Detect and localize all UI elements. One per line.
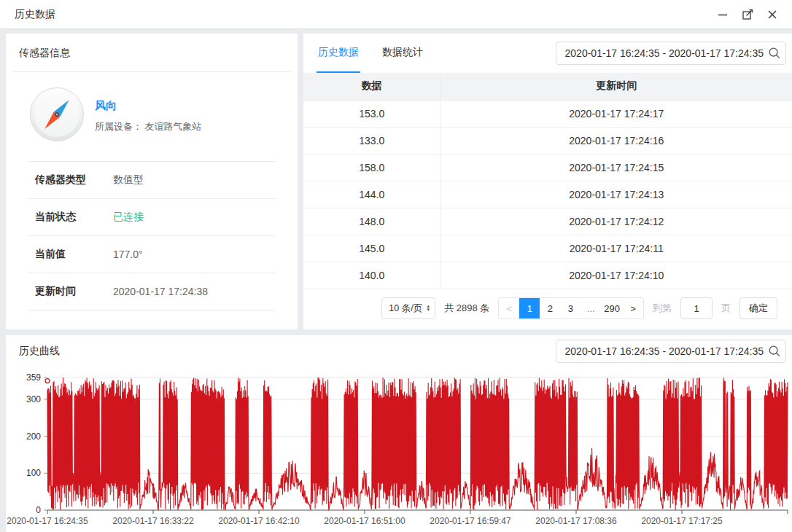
cell-time: 2020-01-17 17:24:10 [440, 262, 792, 289]
close-icon[interactable] [766, 8, 779, 21]
sensor-panel-title: 传感器信息 [19, 47, 70, 60]
pagination-bar: 10 条/页 ▲▼ 共 2898 条 < 1 2 3 ... 290 > 到第 … [303, 289, 792, 328]
cell-value: 148.0 [303, 208, 440, 235]
cell-value: 144.0 [303, 181, 440, 208]
field-label: 当前值 [35, 248, 113, 261]
cell-value: 158.0 [303, 154, 440, 181]
field-label: 当前状态 [35, 211, 113, 224]
daterange-value: 2020-01-17 16:24:35 - 2020-01-17 17:24:3… [565, 345, 764, 357]
tab-data-statistics[interactable]: 数据统计 [381, 34, 424, 73]
history-curve-panel: 历史曲线 2020-01-17 16:24:35 - 2020-01-17 17… [6, 335, 792, 532]
page-button-3[interactable]: 3 [560, 298, 581, 318]
resize-icon[interactable] [741, 8, 754, 21]
cell-value: 153.0 [303, 100, 440, 127]
curve-panel-title: 历史曲线 [19, 345, 60, 358]
svg-text:2020-01-17 16:51:00: 2020-01-17 16:51:00 [324, 516, 405, 526]
history-table: 数据 更新时间 153.0 2020-01-17 17:24:17 133.0 … [303, 73, 792, 289]
tabs: 历史数据 数据统计 [317, 34, 424, 73]
field-value: 数值型 [113, 173, 144, 187]
select-arrows-icon: ▲▼ [426, 305, 430, 312]
compass-icon [29, 87, 85, 145]
table-row: 144.0 2020-01-17 17:24:13 [303, 181, 792, 208]
jump-prefix-label: 到第 [653, 302, 672, 315]
cell-time: 2020-01-17 17:24:17 [440, 100, 792, 127]
svg-text:2020-01-17 17:08:36: 2020-01-17 17:08:36 [535, 516, 617, 526]
window-titlebar: 历史数据 [0, 0, 792, 29]
wind-direction-line-chart: 01002003003592020-01-17 16:24:352020-01-… [6, 367, 792, 532]
table-row: 148.0 2020-01-17 17:24:12 [303, 208, 792, 235]
jump-suffix-label: 页 [721, 302, 731, 315]
svg-text:2020-01-17 16:42:10: 2020-01-17 16:42:10 [218, 516, 300, 526]
search-icon[interactable] [768, 345, 781, 358]
field-label: 传感器类型 [35, 173, 113, 187]
column-header-update-time: 更新时间 [440, 73, 792, 100]
sensor-field-status: 当前状态 已连接 [28, 199, 276, 236]
curve-daterange-picker[interactable]: 2020-01-17 16:24:35 - 2020-01-17 17:24:3… [556, 340, 786, 363]
pager: < 1 2 3 ... 290 > [498, 297, 644, 319]
sensor-field-type: 传感器类型 数值型 [28, 162, 276, 199]
cell-value: 133.0 [303, 127, 440, 154]
sensor-field-update-time: 更新时间 2020-01-17 17:24:38 [28, 273, 276, 310]
table-row: 140.0 2020-01-17 17:24:10 [303, 262, 792, 289]
sensor-info-panel: 传感器信息 风向 所属设备： 友谊路气象站 [6, 34, 298, 329]
svg-text:2020-01-17 16:59:47: 2020-01-17 16:59:47 [430, 516, 511, 526]
field-value: 177.0° [113, 249, 143, 260]
window-title: 历史数据 [15, 8, 55, 21]
confirm-button[interactable]: 确定 [739, 297, 777, 319]
svg-text:0: 0 [36, 505, 41, 515]
daterange-value: 2020-01-17 16:24:35 - 2020-01-17 17:24:3… [565, 47, 764, 59]
sensor-meta: 风向 所属设备： 友谊路气象站 [95, 99, 202, 133]
sensor-name: 风向 [95, 99, 202, 113]
page-size-value: 10 条/页 [389, 302, 422, 315]
table-daterange-picker[interactable]: 2020-01-17 16:24:35 - 2020-01-17 17:24:3… [556, 42, 786, 65]
cell-value: 145.0 [303, 235, 440, 262]
total-count: 共 2898 条 [444, 302, 489, 315]
svg-text:2020-01-17 16:33:22: 2020-01-17 16:33:22 [112, 516, 194, 526]
field-label: 更新时间 [35, 285, 113, 298]
page-button-1[interactable]: 1 [519, 298, 540, 318]
minimize-icon[interactable] [716, 8, 729, 21]
cell-time: 2020-01-17 17:24:13 [440, 181, 792, 208]
table-row: 145.0 2020-01-17 17:24:11 [303, 235, 792, 262]
page-size-select[interactable]: 10 条/页 ▲▼ [381, 297, 435, 319]
sensor-field-current-value: 当前值 177.0° [28, 236, 276, 273]
cell-value: 140.0 [303, 262, 440, 289]
cell-time: 2020-01-17 17:24:16 [440, 127, 792, 154]
curve-panel-header: 历史曲线 2020-01-17 16:24:35 - 2020-01-17 17… [6, 335, 792, 367]
sensor-field-list: 传感器类型 数值型 当前状态 已连接 当前值 177.0° 更新时间 2020-… [28, 161, 276, 310]
page-ellipsis[interactable]: ... [581, 298, 601, 318]
history-data-panel: 历史数据 数据统计 2020-01-17 16:24:35 - 2020-01-… [303, 34, 792, 329]
page-button-290[interactable]: 290 [601, 298, 623, 318]
sensor-panel-header: 传感器信息 [6, 34, 298, 72]
cell-time: 2020-01-17 17:24:15 [440, 154, 792, 181]
sensor-summary: 风向 所属设备： 友谊路气象站 [6, 72, 298, 161]
svg-text:359: 359 [26, 372, 41, 383]
svg-text:100: 100 [26, 468, 41, 478]
next-page-button[interactable]: > [623, 298, 643, 318]
column-header-data: 数据 [303, 73, 440, 100]
table-row: 158.0 2020-01-17 17:24:15 [303, 154, 792, 181]
svg-text:300: 300 [26, 394, 41, 404]
table-header-row: 数据 更新时间 [303, 73, 792, 100]
svg-text:2020-01-17 17:17:25: 2020-01-17 17:17:25 [641, 516, 723, 526]
window-controls [716, 8, 779, 21]
sensor-device: 所属设备： 友谊路气象站 [95, 120, 202, 133]
page-button-2[interactable]: 2 [540, 298, 560, 318]
prev-page-button[interactable]: < [499, 298, 519, 318]
svg-text:2020-01-17 16:24:35: 2020-01-17 16:24:35 [7, 516, 88, 526]
table-row: 133.0 2020-01-17 17:24:16 [303, 127, 792, 154]
search-icon[interactable] [768, 47, 781, 60]
svg-text:200: 200 [26, 431, 41, 442]
table-row: 153.0 2020-01-17 17:24:17 [303, 100, 792, 127]
history-tabs-row: 历史数据 数据统计 2020-01-17 16:24:35 - 2020-01-… [303, 34, 792, 73]
cell-time: 2020-01-17 17:24:11 [440, 235, 792, 262]
jump-page-input[interactable] [680, 297, 713, 319]
status-badge: 已连接 [113, 211, 144, 224]
field-value: 2020-01-17 17:24:38 [113, 286, 208, 297]
cell-time: 2020-01-17 17:24:12 [440, 208, 792, 235]
tab-history-data[interactable]: 历史数据 [317, 34, 360, 73]
